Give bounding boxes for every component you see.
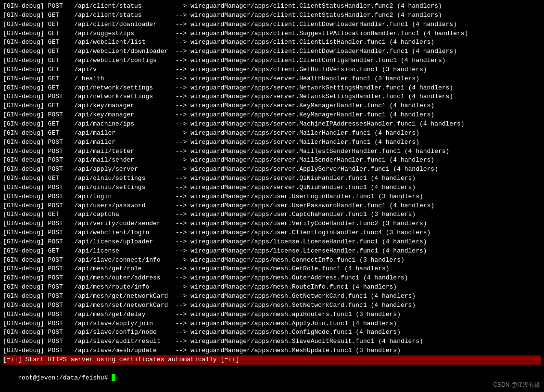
log-line: [GIN-debug] POST /api/slave/config/node … <box>3 328 541 337</box>
prompt-text: root@jeven:/data/feishu# <box>18 374 112 381</box>
log-line: [GIN-debug] POST /api/network/settings -… <box>3 92 541 101</box>
log-line: [GIN-debug] POST /api/slave/apply/join -… <box>3 319 541 329</box>
terminal: [GIN-debug] POST /api/client/status --> … <box>0 0 544 392</box>
log-line: [GIN-debug] GET /api/key/manager --> wir… <box>3 101 541 111</box>
log-line: [GIN-debug] POST /api/mesh/get/role --> … <box>3 265 541 274</box>
log-line: [GIN-debug] POST /api/slave/audit/result… <box>3 337 541 346</box>
log-line: [GIN-debug] GET /api/webclient/downloade… <box>3 47 541 56</box>
log-line: [GIN-debug] POST /api/client/status --> … <box>3 2 541 11</box>
log-line: [GIN-debug] GET /api/client/status --> w… <box>3 11 541 20</box>
log-line: [GIN-debug] POST /api/slave/mesh/update … <box>3 346 541 355</box>
watermark: CSDN @江湖有缘 <box>493 381 540 389</box>
log-line: [GIN-debug] POST /api/mesh/route/info --… <box>3 283 541 292</box>
log-line: [GIN-debug] POST /api/license/uploader -… <box>3 238 541 247</box>
log-line: [GIN-debug] POST /api/mesh/outer/address… <box>3 274 541 283</box>
log-line: [GIN-debug] POST /api/verify/code/sender… <box>3 219 541 228</box>
log-line: [GIN-debug] POST /api/apply/server --> w… <box>3 165 541 174</box>
log-line: [GIN-debug] GET /api/client/downloader -… <box>3 20 541 29</box>
cursor <box>112 374 115 381</box>
prompt-line: root@jeven:/data/feishu# <box>3 365 541 392</box>
log-line: [GIN-debug] GET /api/captcha --> wiregua… <box>3 210 541 219</box>
log-line: [GIN-debug] GET /api/webclient/configs -… <box>3 56 541 65</box>
log-line: [GIN-debug] POST /api/mailer --> wiregua… <box>3 138 541 147</box>
log-line: [GIN-debug] POST /api/qiniu/settings -->… <box>3 183 541 192</box>
log-line: [GIN-debug] GET /api/webclient/list --> … <box>3 38 541 47</box>
log-line: [GIN-debug] POST /api/slave/connect/info… <box>3 256 541 265</box>
log-line: [GIN-debug] GET /api/mailer --> wireguar… <box>3 129 541 138</box>
log-line: [GIN-debug] GET /_health --> wireguardMa… <box>3 75 541 84</box>
log-output: [GIN-debug] POST /api/client/status --> … <box>3 2 541 355</box>
log-line: [GIN-debug] POST /api/users/password -->… <box>3 202 541 211</box>
log-line: [GIN-debug] POST /api/webclient/login --… <box>3 228 541 238</box>
log-line: [GIN-debug] POST /api/mesh/get/delay -->… <box>3 310 541 319</box>
log-line: [GIN-debug] GET /api/v --> wireguardMana… <box>3 65 541 75</box>
log-line: [GIN-debug] GET /api/network/settings --… <box>3 84 541 93</box>
log-line: [GIN-debug] POST /api/mesh/get/networkCa… <box>3 292 541 301</box>
log-line: [GIN-debug] POST /api/mail/sender --> wi… <box>3 156 541 165</box>
log-line: [GIN-debug] POST /api/login --> wireguar… <box>3 192 541 202</box>
log-line: [GIN-debug] GET /api/qiniu/settings --> … <box>3 174 541 183</box>
log-line: [GIN-debug] GET /api/license --> wiregua… <box>3 247 541 256</box>
highlight-line: [=++] Start HTTPS server using certifica… <box>3 355 541 365</box>
log-line: [GIN-debug] POST /api/mesh/set/networkCa… <box>3 301 541 310</box>
log-line: [GIN-debug] GET /api/suggest/ips --> wir… <box>3 29 541 38</box>
log-line: [GIN-debug] POST /api/key/manager --> wi… <box>3 111 541 120</box>
log-line: [GIN-debug] POST /api/mail/tester --> wi… <box>3 147 541 156</box>
log-line: [GIN-debug] GET /api/machine/ips --> wir… <box>3 120 541 129</box>
